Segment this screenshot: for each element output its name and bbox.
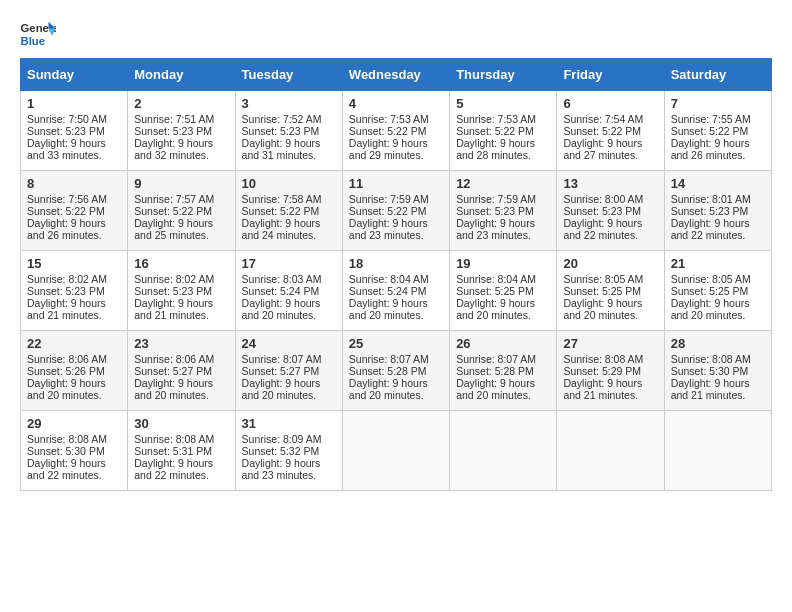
daylight-label: Daylight: 9 hours and 23 minutes. [242, 457, 321, 481]
daylight-label: Daylight: 9 hours and 31 minutes. [242, 137, 321, 161]
day-number: 26 [456, 336, 550, 351]
sunrise-label: Sunrise: 8:09 AM [242, 433, 322, 445]
sunset-label: Sunset: 5:25 PM [456, 285, 534, 297]
sunrise-label: Sunrise: 8:07 AM [456, 353, 536, 365]
calendar-day-cell: 17 Sunrise: 8:03 AM Sunset: 5:24 PM Dayl… [235, 251, 342, 331]
daylight-label: Daylight: 9 hours and 20 minutes. [134, 377, 213, 401]
sunset-label: Sunset: 5:22 PM [671, 125, 749, 137]
day-number: 15 [27, 256, 121, 271]
calendar-body: 1 Sunrise: 7:50 AM Sunset: 5:23 PM Dayli… [21, 91, 772, 491]
daylight-label: Daylight: 9 hours and 20 minutes. [671, 297, 750, 321]
sunrise-label: Sunrise: 7:53 AM [349, 113, 429, 125]
day-number: 14 [671, 176, 765, 191]
calendar-day-cell: 30 Sunrise: 8:08 AM Sunset: 5:31 PM Dayl… [128, 411, 235, 491]
day-number: 17 [242, 256, 336, 271]
day-number: 16 [134, 256, 228, 271]
sunrise-label: Sunrise: 7:58 AM [242, 193, 322, 205]
sunrise-label: Sunrise: 7:59 AM [456, 193, 536, 205]
sunset-label: Sunset: 5:22 PM [563, 125, 641, 137]
daylight-label: Daylight: 9 hours and 28 minutes. [456, 137, 535, 161]
sunrise-label: Sunrise: 7:50 AM [27, 113, 107, 125]
weekday-header-cell: Monday [128, 59, 235, 91]
calendar-day-cell: 4 Sunrise: 7:53 AM Sunset: 5:22 PM Dayli… [342, 91, 449, 171]
daylight-label: Daylight: 9 hours and 21 minutes. [671, 377, 750, 401]
sunrise-label: Sunrise: 8:04 AM [349, 273, 429, 285]
sunset-label: Sunset: 5:25 PM [671, 285, 749, 297]
day-number: 2 [134, 96, 228, 111]
calendar-table: SundayMondayTuesdayWednesdayThursdayFrid… [20, 58, 772, 491]
calendar-day-cell: 11 Sunrise: 7:59 AM Sunset: 5:22 PM Dayl… [342, 171, 449, 251]
logo: General Blue [20, 20, 56, 48]
calendar-day-cell [450, 411, 557, 491]
sunset-label: Sunset: 5:23 PM [671, 205, 749, 217]
weekday-header-cell: Saturday [664, 59, 771, 91]
sunset-label: Sunset: 5:22 PM [242, 205, 320, 217]
daylight-label: Daylight: 9 hours and 32 minutes. [134, 137, 213, 161]
calendar-day-cell: 7 Sunrise: 7:55 AM Sunset: 5:22 PM Dayli… [664, 91, 771, 171]
weekday-header-cell: Friday [557, 59, 664, 91]
sunset-label: Sunset: 5:23 PM [134, 285, 212, 297]
calendar-week-row: 15 Sunrise: 8:02 AM Sunset: 5:23 PM Dayl… [21, 251, 772, 331]
sunset-label: Sunset: 5:24 PM [242, 285, 320, 297]
daylight-label: Daylight: 9 hours and 21 minutes. [27, 297, 106, 321]
day-number: 27 [563, 336, 657, 351]
calendar-day-cell: 10 Sunrise: 7:58 AM Sunset: 5:22 PM Dayl… [235, 171, 342, 251]
sunrise-label: Sunrise: 8:06 AM [27, 353, 107, 365]
day-number: 18 [349, 256, 443, 271]
day-number: 1 [27, 96, 121, 111]
calendar-day-cell: 24 Sunrise: 8:07 AM Sunset: 5:27 PM Dayl… [235, 331, 342, 411]
day-number: 5 [456, 96, 550, 111]
sunset-label: Sunset: 5:23 PM [27, 285, 105, 297]
daylight-label: Daylight: 9 hours and 20 minutes. [456, 377, 535, 401]
calendar-day-cell: 26 Sunrise: 8:07 AM Sunset: 5:28 PM Dayl… [450, 331, 557, 411]
sunrise-label: Sunrise: 7:57 AM [134, 193, 214, 205]
day-number: 4 [349, 96, 443, 111]
sunset-label: Sunset: 5:31 PM [134, 445, 212, 457]
day-number: 23 [134, 336, 228, 351]
sunset-label: Sunset: 5:26 PM [27, 365, 105, 377]
daylight-label: Daylight: 9 hours and 25 minutes. [134, 217, 213, 241]
sunset-label: Sunset: 5:22 PM [134, 205, 212, 217]
sunrise-label: Sunrise: 8:08 AM [563, 353, 643, 365]
sunrise-label: Sunrise: 7:52 AM [242, 113, 322, 125]
day-number: 31 [242, 416, 336, 431]
daylight-label: Daylight: 9 hours and 21 minutes. [134, 297, 213, 321]
day-number: 24 [242, 336, 336, 351]
sunset-label: Sunset: 5:28 PM [349, 365, 427, 377]
sunrise-label: Sunrise: 8:08 AM [134, 433, 214, 445]
calendar-day-cell: 9 Sunrise: 7:57 AM Sunset: 5:22 PM Dayli… [128, 171, 235, 251]
daylight-label: Daylight: 9 hours and 27 minutes. [563, 137, 642, 161]
day-number: 10 [242, 176, 336, 191]
sunset-label: Sunset: 5:27 PM [242, 365, 320, 377]
day-number: 21 [671, 256, 765, 271]
sunrise-label: Sunrise: 7:51 AM [134, 113, 214, 125]
daylight-label: Daylight: 9 hours and 22 minutes. [563, 217, 642, 241]
calendar-day-cell: 12 Sunrise: 7:59 AM Sunset: 5:23 PM Dayl… [450, 171, 557, 251]
sunset-label: Sunset: 5:23 PM [134, 125, 212, 137]
calendar-day-cell: 1 Sunrise: 7:50 AM Sunset: 5:23 PM Dayli… [21, 91, 128, 171]
weekday-header-cell: Sunday [21, 59, 128, 91]
daylight-label: Daylight: 9 hours and 21 minutes. [563, 377, 642, 401]
calendar-day-cell: 18 Sunrise: 8:04 AM Sunset: 5:24 PM Dayl… [342, 251, 449, 331]
daylight-label: Daylight: 9 hours and 20 minutes. [349, 297, 428, 321]
sunset-label: Sunset: 5:29 PM [563, 365, 641, 377]
calendar-day-cell: 3 Sunrise: 7:52 AM Sunset: 5:23 PM Dayli… [235, 91, 342, 171]
sunrise-label: Sunrise: 8:08 AM [671, 353, 751, 365]
sunrise-label: Sunrise: 7:56 AM [27, 193, 107, 205]
sunrise-label: Sunrise: 8:06 AM [134, 353, 214, 365]
day-number: 9 [134, 176, 228, 191]
daylight-label: Daylight: 9 hours and 20 minutes. [349, 377, 428, 401]
calendar-day-cell: 14 Sunrise: 8:01 AM Sunset: 5:23 PM Dayl… [664, 171, 771, 251]
sunrise-label: Sunrise: 8:04 AM [456, 273, 536, 285]
day-number: 28 [671, 336, 765, 351]
sunrise-label: Sunrise: 8:07 AM [349, 353, 429, 365]
daylight-label: Daylight: 9 hours and 29 minutes. [349, 137, 428, 161]
calendar-week-row: 8 Sunrise: 7:56 AM Sunset: 5:22 PM Dayli… [21, 171, 772, 251]
sunrise-label: Sunrise: 7:55 AM [671, 113, 751, 125]
daylight-label: Daylight: 9 hours and 26 minutes. [671, 137, 750, 161]
sunset-label: Sunset: 5:22 PM [349, 205, 427, 217]
sunset-label: Sunset: 5:32 PM [242, 445, 320, 457]
day-number: 13 [563, 176, 657, 191]
sunset-label: Sunset: 5:27 PM [134, 365, 212, 377]
day-number: 3 [242, 96, 336, 111]
